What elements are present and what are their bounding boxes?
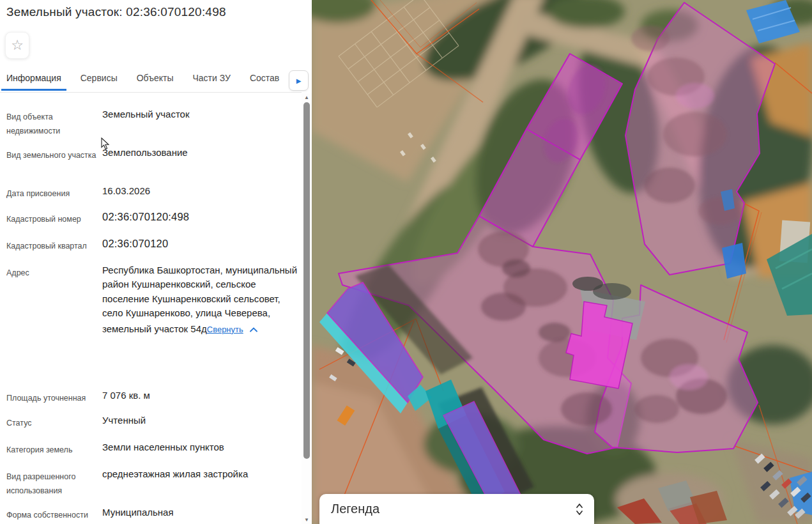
app-root: { "panel": { "title": "Земельный участок… <box>0 0 812 524</box>
favorite-button[interactable]: ☆ <box>5 32 29 59</box>
field-label: Площадь уточненная <box>6 391 97 405</box>
field-value: 02:36:070120 <box>102 236 298 250</box>
field-value: Учтенный <box>102 413 298 428</box>
field-value: Республика Башкортостан, муниципальный р… <box>102 263 298 337</box>
tab-1[interactable]: Сервисы <box>75 69 123 91</box>
field-label: Кадастровый номер <box>6 212 97 226</box>
field-label: Адрес <box>6 266 97 280</box>
collapse-address-link[interactable]: Свернуть <box>207 323 257 337</box>
tabs-bar: ИнформацияСервисыОбъектыЧасти ЗУСостав <box>0 69 302 93</box>
scroll-down-icon[interactable]: ▼ <box>302 517 312 523</box>
tab-4[interactable]: Состав <box>245 69 284 91</box>
tabs-overflow-button[interactable]: ▶ <box>289 70 309 91</box>
field-label: Статус <box>6 416 97 430</box>
scrollbar-thumb[interactable] <box>303 102 310 459</box>
field-label: Вид разрешенного использования <box>6 470 97 498</box>
field-label: Форма собственности <box>6 508 97 522</box>
legend-panel[interactable]: Легенда <box>319 494 594 524</box>
field-value: 16.03.2026 <box>102 184 298 198</box>
legend-toggle-icon[interactable] <box>575 502 584 517</box>
field-value: Землепользование <box>102 146 298 160</box>
field-label: Вид земельного участка <box>6 148 97 162</box>
field-value: 7 076 кв. м <box>102 389 298 403</box>
chevron-up-icon <box>250 327 257 332</box>
scroll-up-icon[interactable]: ▲ <box>302 95 312 100</box>
info-panel: Земельный участок: 02:36:070120:498 ☆ Ин… <box>0 0 312 524</box>
fields-list: Вид объекта недвижимостиЗемельный участо… <box>0 93 302 524</box>
star-icon: ☆ <box>11 37 24 54</box>
tab-0[interactable]: Информация <box>1 69 66 91</box>
field-value: среднеэтажная жилая застройка <box>102 467 298 481</box>
field-label: Дата присвоения <box>6 187 97 201</box>
field-value: Земельный участок <box>102 107 298 121</box>
field-label: Категория земель <box>6 443 97 457</box>
chevron-right-icon: ▶ <box>296 77 302 84</box>
page-title: Земельный участок: 02:36:070120:498 <box>6 5 300 19</box>
map-canvas[interactable] <box>312 0 812 524</box>
field-value: Земли населенных пунктов <box>102 440 298 454</box>
field-label: Кадастровый квартал <box>6 239 97 253</box>
tab-2[interactable]: Объекты <box>132 69 179 91</box>
field-value: Муниципальная <box>102 505 298 520</box>
panel-scrollbar[interactable]: ▲ ▼ <box>302 93 312 524</box>
field-value: 02:36:070120:498 <box>102 210 298 224</box>
tab-3[interactable]: Части ЗУ <box>187 69 235 91</box>
legend-title: Легенда <box>331 502 379 516</box>
map-container[interactable] <box>312 0 812 524</box>
field-label: Вид объекта недвижимости <box>6 110 97 138</box>
